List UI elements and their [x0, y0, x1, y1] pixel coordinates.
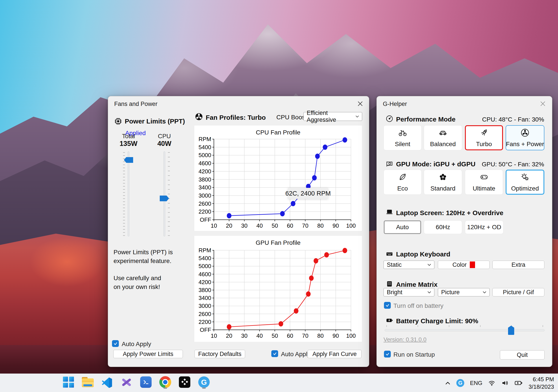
keyboard-mode-select[interactable]: Static: [384, 261, 434, 269]
fan-icon: [520, 128, 530, 138]
g-helper-window: G-Helper Performance Mode CPU: 48°C - Fa…: [376, 96, 552, 367]
screen-button-label: 120Hz + OD: [467, 224, 501, 231]
warning-line: Power Limits (PPT) is: [113, 249, 173, 256]
svg-text:3800: 3800: [199, 176, 211, 183]
svg-text:40: 40: [256, 222, 263, 229]
terminal-button[interactable]: [140, 375, 152, 389]
matrix-brightness-select[interactable]: Bright: [384, 288, 434, 296]
svg-text:80: 80: [317, 222, 324, 229]
desktop: Fans and Power Power Limits (PPT) Applie…: [0, 0, 558, 392]
window-title: Fans and Power: [114, 101, 157, 108]
gpu-fan-chart[interactable]: GPU Fan Profile 102030405060708090100OFF…: [194, 235, 362, 342]
screen-button-label: Auto: [396, 224, 409, 231]
gpu-button-optimized[interactable]: Optimized: [506, 170, 544, 195]
windows-logo-icon: [63, 377, 74, 388]
tray-chevron-up-icon[interactable]: [445, 381, 451, 385]
mode-button-balanced[interactable]: Balanced: [424, 125, 462, 150]
mode-button-label: Turbo: [476, 141, 492, 148]
mode-button-fans-power[interactable]: Fans + Power: [506, 125, 544, 150]
screen-button-label: 60Hz: [436, 224, 450, 231]
performance-mode-header: Performance Mode: [396, 116, 455, 123]
svg-text:40: 40: [256, 333, 263, 339]
chevron-down-icon: [356, 115, 359, 117]
gpu-button-ultimate[interactable]: Ultimate: [465, 170, 503, 195]
chrome-button[interactable]: [159, 375, 171, 389]
close-icon[interactable]: [355, 99, 365, 108]
factory-defaults-button[interactable]: Factory Defaults: [194, 350, 245, 358]
gpu-button-label: Standard: [430, 185, 455, 192]
screen-button-auto[interactable]: Auto: [384, 220, 421, 234]
mode-button-label: Fans + Power: [506, 141, 544, 148]
mode-button-turbo[interactable]: Turbo: [465, 125, 503, 150]
svg-text:5000: 5000: [199, 152, 211, 158]
laptop-screen-header: Laptop Screen: 120Hz + Overdrive: [396, 209, 503, 217]
picture-gif-button[interactable]: Picture / Gif: [492, 288, 544, 296]
mode-button-silent[interactable]: Silent: [384, 125, 422, 150]
window-title: G-Helper: [383, 101, 407, 108]
warning-line: on your own risk!: [113, 284, 160, 291]
svg-text:2200: 2200: [199, 208, 211, 215]
battery-charging-icon[interactable]: [514, 380, 523, 386]
total-slider-thumb[interactable]: [124, 157, 133, 163]
battery-charge-limit-header: Battery Charge Limit: 90%: [396, 317, 478, 325]
matrix-brightness-value: Bright: [387, 289, 402, 296]
cpu-boost-value: Efficient Aggressive: [307, 110, 356, 123]
matrix-content-select[interactable]: Picture: [438, 288, 489, 296]
screen-button-60hz[interactable]: 60Hz: [424, 220, 462, 234]
svg-text:5000: 5000: [199, 263, 211, 269]
quit-button[interactable]: Quit: [500, 350, 545, 359]
cpu-fan-chart[interactable]: CPU Fan Profile 102030405060708090100OFF…: [194, 125, 362, 231]
total-slider-track[interactable]: [128, 151, 129, 236]
gpu-button-eco[interactable]: Eco: [384, 170, 422, 195]
vscode-button[interactable]: [101, 375, 113, 389]
tidal-button[interactable]: [178, 375, 191, 389]
g-helper-icon: G: [198, 376, 210, 388]
file-explorer-button[interactable]: [82, 375, 94, 389]
auto-apply-power-checkbox[interactable]: [112, 340, 119, 347]
svg-text:30: 30: [241, 333, 248, 339]
total-slider-ticks: [123, 152, 125, 236]
apply-power-limits-button[interactable]: Apply Power Limits: [113, 350, 183, 358]
auto-apply-fan-checkbox[interactable]: [271, 350, 278, 357]
wifi-icon[interactable]: [488, 380, 496, 386]
svg-text:RPM: RPM: [199, 136, 211, 142]
total-label: Total: [116, 133, 141, 140]
close-icon[interactable]: [538, 99, 548, 108]
turn-off-battery-checkbox[interactable]: [384, 302, 391, 309]
cpu-slider-thumb[interactable]: [160, 196, 169, 201]
keyboard-color-button[interactable]: Color: [438, 261, 489, 269]
battery-slider-thumb[interactable]: [508, 326, 514, 335]
gpu-button-standard[interactable]: Standard: [424, 170, 462, 195]
fan-icon: [195, 112, 203, 122]
tray-clock[interactable]: 6:45 PM 3/18/2023: [529, 375, 554, 391]
tidal-icon: [179, 376, 190, 388]
keyboard-extra-button[interactable]: Extra: [492, 261, 544, 269]
start-button[interactable]: [62, 375, 75, 389]
fan-curve-plot: 102030405060708090100OFF2200260030003400…: [194, 236, 362, 342]
svg-text:80: 80: [317, 333, 324, 339]
auto-apply-power-label: Auto Apply: [122, 341, 151, 348]
matrix-content-value: Picture: [441, 289, 460, 296]
battery-slider-track[interactable]: [385, 329, 545, 331]
svg-text:2200: 2200: [199, 319, 211, 325]
leaf-icon: [398, 172, 408, 183]
cpu-slider-track[interactable]: [164, 151, 165, 236]
run-on-startup-checkbox[interactable]: [384, 351, 391, 358]
g-helper-button[interactable]: G: [198, 375, 210, 389]
visual-studio-button[interactable]: [120, 375, 133, 389]
svg-text:RPM: RPM: [199, 247, 211, 254]
tray-date: 3/18/2023: [529, 383, 554, 391]
language-indicator[interactable]: ENG: [470, 380, 482, 386]
version-link[interactable]: Version: 0.31.0.0: [384, 336, 427, 343]
g-helper-tray-icon[interactable]: G: [456, 379, 464, 387]
run-on-startup-label: Run on Startup: [393, 351, 435, 358]
apply-fan-curve-button[interactable]: Apply Fan Curve: [308, 350, 362, 358]
svg-text:4200: 4200: [199, 168, 211, 175]
cpu-boost-select[interactable]: Efficient Aggressive: [303, 112, 362, 121]
svg-text:10: 10: [211, 333, 217, 339]
total-value: 135W: [116, 140, 141, 148]
svg-text:OFF: OFF: [200, 217, 211, 223]
running-indicator: [164, 387, 167, 389]
volume-icon[interactable]: [501, 380, 509, 386]
screen-button-120hz-od[interactable]: 120Hz + OD: [465, 220, 503, 234]
